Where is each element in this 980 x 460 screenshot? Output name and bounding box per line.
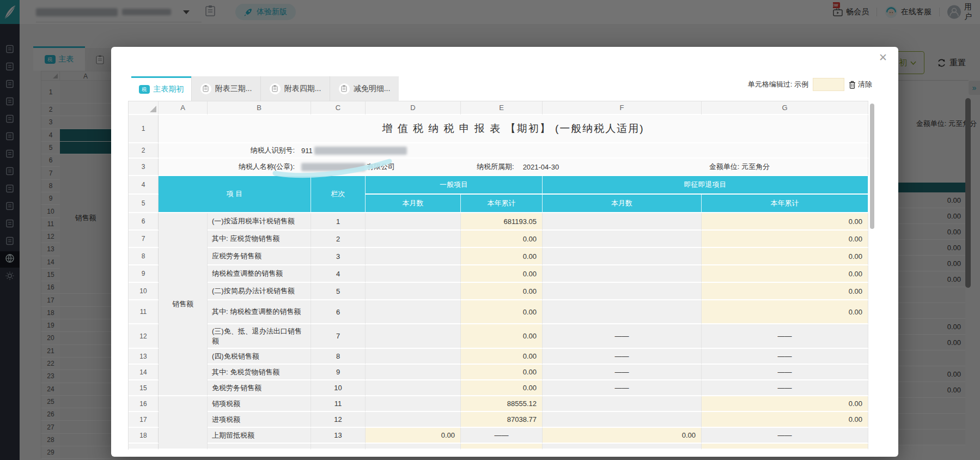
value-cell[interactable] [543,444,702,450]
taxpayer-name-redacted [301,163,366,171]
item-label: (二)按简易办法计税销售额 [208,283,311,300]
column-no: 13 [311,428,366,444]
value-cell[interactable]: —— [702,349,868,365]
modal-vertical-scrollbar[interactable] [870,104,874,229]
item-label: (三)免、抵、退办法出口销售额 [208,324,311,349]
value-cell[interactable] [543,396,702,412]
value-cell[interactable] [366,365,461,380]
value-cell[interactable] [366,444,461,450]
value-cell[interactable] [366,283,461,300]
modal-tab-1[interactable]: 税主表期初 [131,76,191,101]
item-label: 应税劳务销售额 [208,248,311,265]
column-header-E: E [461,101,543,115]
column-no: 7 [311,324,366,349]
value-cell[interactable]: 87038.77 [461,412,543,428]
value-cell[interactable]: —— [702,365,868,380]
value-cell[interactable]: —— [461,428,543,444]
value-cell[interactable]: 0.00 [702,248,868,265]
value-cell[interactable]: 0.00 [543,428,702,444]
taxpayer-id-label: 纳税人识别号: [159,146,295,155]
value-cell[interactable]: 0.00 [702,283,868,300]
value-cell[interactable]: —— [702,380,868,396]
value-cell[interactable]: —— [543,324,702,349]
tax-form-modal: ✕ 税主表期初附表三期...附表四期...减免明细... 单元格编辑过: 示例 … [111,47,898,457]
value-cell[interactable] [543,248,702,265]
sheet-corner [129,101,159,115]
value-cell[interactable]: 0.00 [461,300,543,324]
modal-tab-2[interactable]: 附表三期... [191,76,260,101]
value-cell[interactable] [366,349,461,365]
value-cell[interactable] [543,300,702,324]
value-cell[interactable] [366,265,461,283]
taxpayer-id-row: 纳税人识别号:911 [159,143,868,159]
value-cell[interactable] [543,265,702,283]
column-header-C: C [311,101,366,115]
column-no: 6 [311,300,366,324]
row-number: 1 [129,115,159,143]
section-blank [159,396,208,450]
modal-tab-label: 减免明细... [354,84,391,94]
value-cell[interactable] [543,283,702,300]
column-no: 5 [311,283,366,300]
row-number: 5 [129,195,159,213]
clipboard-icon [200,83,211,94]
column-header-F: F [543,101,702,115]
vat-declaration-table: ABCDEFG1增 值 税 纳 税 申 报 表 【期初】 (一般纳税人适用)2纳… [128,101,868,450]
value-cell[interactable]: —— [543,349,702,365]
value-cell[interactable]: —— [702,324,868,349]
column-no: 11 [311,396,366,412]
value-cell[interactable]: 0.00 [702,396,868,412]
modal-tabs: 税主表期初附表三期...附表四期...减免明细... [131,76,399,101]
modal-tab-4[interactable]: 减免明细... [330,76,399,101]
value-cell[interactable]: 681193.05 [461,213,543,231]
value-cell[interactable]: 0.00 [702,213,868,231]
value-cell[interactable]: 0.00 [366,428,461,444]
value-cell[interactable]: 0.00 [461,283,543,300]
column-no: 9 [311,365,366,380]
value-cell[interactable] [366,380,461,396]
value-cell[interactable]: —— [702,428,868,444]
modal-tab-3[interactable]: 附表四期... [260,76,330,101]
value-cell[interactable]: 0.00 [702,265,868,283]
taxpayer-id-redacted [314,147,407,155]
value-cell[interactable] [366,300,461,324]
value-cell[interactable]: 0.00 [461,365,543,380]
column-no: 4 [311,265,366,283]
value-cell[interactable]: 0.00 [702,231,868,248]
value-cell[interactable] [543,231,702,248]
tax-form-sheet: ABCDEFG1增 值 税 纳 税 申 报 表 【期初】 (一般纳税人适用)2纳… [128,101,869,450]
header-column-no: 栏次 [311,176,366,213]
value-cell[interactable] [366,248,461,265]
header-item: 项 目 [159,176,311,213]
row-number: 8 [129,248,159,265]
value-cell[interactable] [366,412,461,428]
value-cell[interactable] [543,412,702,428]
value-cell[interactable]: 0.00 [461,324,543,349]
value-cell[interactable]: 0.00 [702,300,868,324]
value-cell[interactable]: —— [543,365,702,380]
clear-button[interactable]: 清除 [849,80,872,89]
value-cell[interactable]: 88555.12 [461,396,543,412]
value-cell[interactable] [461,444,543,450]
value-cell[interactable]: 0.00 [461,380,543,396]
value-cell[interactable]: 0.00 [461,248,543,265]
close-icon[interactable]: ✕ [876,51,890,64]
value-cell[interactable] [366,213,461,231]
row-number: 17 [129,412,159,428]
value-cell[interactable]: 0.00 [702,412,868,428]
column-no [311,444,366,450]
item-label: 免税劳务销售额 [208,380,311,396]
row-number: 13 [129,349,159,365]
value-cell[interactable] [702,444,868,450]
column-no: 3 [311,248,366,265]
value-cell[interactable]: —— [543,380,702,396]
value-cell[interactable] [543,213,702,231]
value-cell[interactable]: 0.00 [461,231,543,248]
row-number: 2 [129,143,159,159]
value-cell[interactable] [366,324,461,349]
value-cell[interactable]: 0.00 [461,265,543,283]
value-cell[interactable] [366,231,461,248]
column-no: 12 [311,412,366,428]
value-cell[interactable]: 0.00 [461,349,543,365]
value-cell[interactable] [366,396,461,412]
